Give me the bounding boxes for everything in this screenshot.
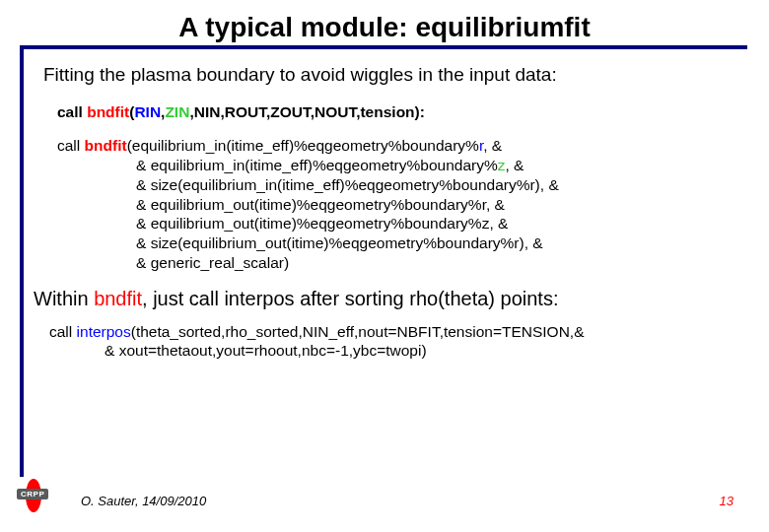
code1-pre: call — [57, 103, 87, 120]
c2l6: & size(equilibrium_out(itime)%eqgeometry… — [57, 233, 739, 253]
c2l7: & generic_real_scalar) — [57, 253, 739, 273]
footer-author: O. Sauter, 14/09/2010 — [81, 494, 206, 508]
code1-fn: bndfit — [87, 103, 129, 120]
logo-label: CRPP — [17, 489, 48, 499]
c2l1fn: bndfit — [85, 137, 127, 154]
c3l1b: (theta_sorted,rho_sorted,NIN_eff,nout=NB… — [131, 323, 585, 340]
code1-a1: RIN — [134, 103, 161, 120]
c2l1b: (equilibrium_in(itime_eff)%eqgeometry%bo… — [127, 137, 479, 154]
c2l2c: , & — [505, 157, 524, 173]
code-block-2: call bndfit(equilibrium_in(itime_eff)%eq… — [57, 136, 739, 273]
c2l5: & equilibrium_out(itime)%eqgeometry%boun… — [57, 214, 739, 233]
c2l1a: call — [57, 137, 85, 154]
footer: CRPP O. Sauter, 14/09/2010 13 — [0, 483, 769, 512]
footer-page-number: 13 — [720, 494, 734, 508]
slide-title: A typical module: equilibriumfit — [39, 0, 730, 43]
code1-rest: ,NIN,ROUT,ZOUT,NOUT,tension): — [189, 103, 425, 120]
c2l4: & equilibrium_out(itime)%eqgeometry%boun… — [57, 195, 739, 215]
c2l2a: & equilibrium_in(itime_eff)%eqgeometry%b… — [136, 157, 498, 173]
within-b: bndfit — [94, 288, 142, 309]
logo: CRPP — [14, 479, 53, 512]
c2l3: & size(equilibrium_in(itime_eff)%eqgeome… — [57, 175, 739, 195]
within-a: Within — [34, 288, 94, 309]
c3l1fn: interpos — [77, 323, 131, 340]
c3l1a: call — [49, 323, 77, 340]
within-c: , just call interpos after sorting rho(t… — [142, 288, 558, 309]
within-line: Within bndfit, just call interpos after … — [34, 287, 739, 312]
code-block-3: call interpos(theta_sorted,rho_sorted,NI… — [49, 322, 739, 362]
code-block-1: call bndfit(RIN,ZIN,NIN,ROUT,ZOUT,NOUT,t… — [57, 102, 739, 122]
c3l2: & xout=thetaout,yout=rhoout,nbc=-1,ybc=t… — [49, 341, 739, 361]
c2l1c: , & — [483, 137, 502, 154]
title-underline — [22, 45, 747, 49]
vertical-rule — [20, 45, 24, 477]
code1-a2: ZIN — [165, 103, 189, 120]
intro-text: Fitting the plasma boundary to avoid wig… — [43, 63, 739, 87]
content-area: Fitting the plasma boundary to avoid wig… — [43, 63, 739, 361]
